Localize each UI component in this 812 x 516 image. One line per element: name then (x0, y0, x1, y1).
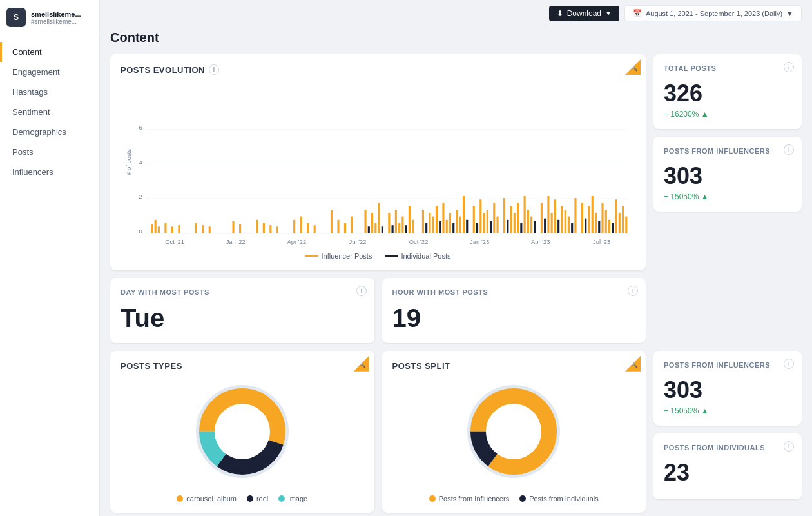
svg-rect-28 (256, 220, 258, 233)
svg-rect-57 (432, 217, 434, 233)
total-posts-title: TOTAL POSTS (664, 64, 791, 72)
svg-rect-90 (554, 199, 556, 233)
legend-dot-reel (247, 495, 253, 502)
svg-rect-51 (405, 225, 407, 233)
download-button[interactable]: ⬇ Download ▼ (549, 6, 619, 21)
hour-card-value: 19 (392, 304, 636, 333)
date-range-button[interactable]: 📅 August 1, 2021 - September 1, 2023 (Da… (624, 5, 802, 21)
info-icon-evolution[interactable]: i (209, 64, 219, 75)
svg-rect-56 (429, 213, 430, 233)
info-icon-total[interactable]: i (784, 62, 794, 72)
chevron-down-icon: ▼ (605, 10, 612, 17)
svg-rect-27 (239, 224, 241, 233)
content-area: Content 🔍 POSTS EVOLUTION i # of posts 0… (100, 26, 812, 516)
info-icon-individuals[interactable]: i (784, 441, 794, 452)
svg-text:Apr '22: Apr '22 (287, 238, 307, 245)
posts-influencers-bottom-change: + 15050% ▲ (664, 406, 791, 415)
legend-influencer: Influencer Posts (305, 252, 372, 260)
svg-rect-64 (456, 210, 458, 233)
svg-text:Oct '22: Oct '22 (409, 238, 429, 245)
top-stat-col: i TOTAL POSTS 326 + 16200% ▲ i POSTS FRO… (653, 54, 802, 270)
svg-rect-73 (490, 221, 492, 233)
svg-rect-39 (351, 217, 353, 233)
svg-text:2: 2 (139, 193, 142, 200)
sidebar-item-hashtags[interactable]: Hashtags (0, 82, 99, 102)
svg-text:6: 6 (139, 124, 142, 131)
legend-label-influencers-split: Posts from Influencers (439, 495, 509, 502)
topbar: ⬇ Download ▼ 📅 August 1, 2021 - Septembe… (100, 0, 812, 26)
total-posts-card: i TOTAL POSTS 326 + 16200% ▲ (653, 54, 802, 129)
svg-rect-84 (530, 217, 532, 233)
svg-rect-37 (337, 220, 339, 233)
posts-types-title: POSTS TYPES (121, 361, 364, 371)
svg-rect-71 (483, 213, 485, 233)
svg-rect-86 (541, 203, 543, 233)
posts-evolution-card: 🔍 POSTS EVOLUTION i # of posts 0 2 4 6 (110, 54, 646, 270)
svg-rect-58 (436, 206, 438, 233)
posts-influencers-top-change: + 15050% ▲ (664, 192, 791, 201)
date-range-label: August 1, 2021 - September 1, 2023 (Dail… (646, 10, 782, 17)
avatar: S (6, 8, 26, 27)
info-icon-influencers-top[interactable]: i (784, 144, 794, 155)
legend-reel: reel (247, 495, 268, 502)
svg-rect-54 (422, 210, 424, 233)
svg-rect-89 (551, 213, 553, 233)
svg-rect-59 (439, 221, 441, 233)
svg-rect-47 (392, 225, 394, 233)
svg-rect-33 (300, 217, 302, 233)
svg-rect-32 (293, 220, 295, 233)
legend-dot-image (278, 495, 285, 502)
svg-rect-29 (263, 223, 265, 233)
sidebar-nav: Content Engagement Hashtags Sentiment De… (0, 35, 99, 188)
legend-individual: Individual Posts (385, 252, 450, 260)
sidebar-item-posts[interactable]: Posts (0, 142, 99, 162)
legend-individuals-split: Posts from Individuals (519, 495, 599, 502)
legend-dot-individuals (519, 495, 526, 502)
svg-rect-95 (571, 223, 573, 233)
sidebar-item-demographics[interactable]: Demographics (0, 122, 99, 142)
svg-rect-79 (514, 213, 516, 233)
svg-rect-91 (557, 220, 559, 233)
legend-label-image: image (288, 495, 307, 502)
svg-rect-50 (401, 217, 403, 233)
sidebar-item-influencers[interactable]: Influencers (0, 162, 99, 182)
sidebar-item-engagement[interactable]: Engagement (0, 62, 99, 82)
posts-types-donut-container (121, 373, 364, 490)
svg-rect-81 (520, 223, 522, 233)
svg-text:# of posts: # of posts (125, 149, 132, 175)
svg-rect-97 (581, 203, 583, 233)
svg-rect-106 (612, 223, 614, 233)
posts-split-donut (449, 380, 578, 483)
svg-rect-69 (476, 223, 478, 233)
info-icon-influencers-bottom[interactable]: i (784, 359, 794, 369)
posts-individuals-title: POSTS FROM INDIVIDUALS (664, 444, 791, 452)
legend-label-reel: reel (256, 495, 268, 502)
account-handle: #smellslikeme... (31, 18, 81, 25)
svg-text:Jan '22: Jan '22 (226, 238, 246, 245)
svg-rect-88 (547, 196, 549, 233)
svg-rect-76 (503, 198, 505, 233)
posts-individuals-value: 23 (664, 459, 791, 486)
sidebar-item-content[interactable]: Content (0, 42, 99, 62)
legend-dot-influencers (429, 495, 436, 502)
svg-rect-82 (524, 196, 526, 233)
posts-split-card: 🔍 POSTS SPLIT (382, 351, 646, 513)
svg-rect-107 (615, 199, 617, 233)
svg-rect-35 (314, 225, 316, 233)
svg-rect-46 (388, 213, 390, 233)
page-title: Content (110, 26, 802, 45)
legend-individual-label: Individual Posts (401, 252, 450, 260)
middle-row-spacer (653, 278, 802, 343)
posts-from-individuals-card: i POSTS FROM INDIVIDUALS 23 (653, 433, 802, 499)
svg-rect-34 (307, 223, 309, 233)
download-icon: ⬇ (557, 9, 563, 18)
chevron-down-icon-date: ▼ (786, 10, 793, 17)
sidebar-item-sentiment[interactable]: Sentiment (0, 102, 99, 122)
svg-rect-68 (473, 206, 475, 233)
svg-rect-19 (158, 226, 160, 233)
legend-influencers-split: Posts from Influencers (429, 495, 509, 502)
svg-rect-98 (585, 219, 586, 233)
sidebar-account: smellslikeme... #smellslikeme... (31, 10, 81, 25)
svg-rect-101 (595, 213, 597, 233)
svg-rect-100 (592, 196, 594, 233)
